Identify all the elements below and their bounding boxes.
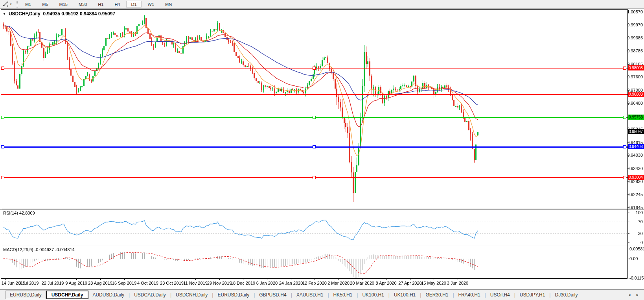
price-tick-label: 0.96400: [627, 101, 643, 106]
date-tick-label: 16 Sep 2019: [112, 281, 136, 285]
chart-tab-bar: EURUSD,DailyUSDCHF,DailyAUDUSD,Daily|USD…: [0, 289, 644, 300]
tabs-scroll-left-icon[interactable]: ◄: [627, 293, 631, 297]
chart-ohlc-values: 0.94935 0.95192 0.94884 0.95097: [43, 11, 116, 17]
timeframe-button-h4[interactable]: H4: [110, 1, 125, 8]
rsi-tick-label: 0: [640, 240, 643, 245]
macd-tick-label: 0.00: [629, 256, 638, 261]
price-tick-label: 0.99970: [627, 22, 643, 27]
price-tick-label: 0.94030: [627, 153, 643, 157]
date-tick-label: 9 Aug 2019: [65, 281, 87, 285]
date-tick-label: 27 Apr 2020: [398, 281, 421, 285]
rsi-tick-label: 100: [636, 210, 643, 215]
date-tick-label: 6 Jan 2020: [256, 281, 278, 285]
date-tick-label: 12 Feb 2020: [302, 281, 327, 285]
chart-tab-uk100-h1[interactable]: UK100,H1: [358, 291, 388, 299]
macd-tick-label: -0.011514: [629, 276, 644, 280]
price-chart-canvas[interactable]: [0, 9, 644, 289]
line-studies-icon[interactable]: [2, 1, 9, 7]
price-tick-label: 0.93430: [627, 166, 643, 171]
timeframe-button-group: M1M5M15M30H1H4D1W1MN: [20, 1, 177, 8]
chart-tab-ger30-h1[interactable]: GER30,H1: [421, 291, 452, 299]
timeframe-button-h1[interactable]: H1: [93, 1, 108, 8]
price-tick-label: 0.92245: [627, 192, 643, 197]
date-tick-label: 18 Dec 2019: [231, 281, 255, 285]
timeframe-button-m5[interactable]: M5: [37, 1, 53, 8]
price-axis-tag: 0.96803: [628, 92, 644, 97]
price-axis-tag: 0.94408: [628, 144, 644, 149]
toolbar-grip-handle[interactable]: [17, 1, 18, 7]
timeframe-button-m1[interactable]: M1: [20, 1, 36, 8]
dropdown-caret-icon[interactable]: ▼: [9, 3, 12, 6]
chart-tab-uk100-h1[interactable]: UK100,H1: [390, 291, 420, 299]
date-tick-label: 4 Oct 2019: [137, 281, 158, 285]
timeframe-button-w1[interactable]: W1: [143, 1, 159, 8]
date-tick-label: 3 Jul 2019: [19, 281, 39, 285]
chart-tab-usdchf-daily[interactable]: USDCHF,Daily: [46, 291, 89, 299]
macd-tick-label: 0.005818: [629, 246, 644, 251]
date-tick-label: 2 Mar 2020: [328, 281, 350, 285]
macd-indicator-label: MACD(12,26,9) -0.004937 -0.004814: [3, 247, 75, 252]
timeframe-button-m15[interactable]: M15: [55, 1, 72, 8]
chart-tab-usoil-h4[interactable]: USOil,H4: [486, 291, 514, 299]
price-tick-label: 0.98785: [627, 48, 643, 53]
date-tick-label: 8 Apr 2020: [375, 281, 396, 285]
tabs-scroll-right-icon[interactable]: ►: [636, 293, 639, 297]
chart-title-bar: ▼ USDCHF,Daily 0.94935 0.95192 0.94884 0…: [3, 11, 115, 17]
top-toolbar: ▼ M1M5M15M30H1H4D1W1MN: [0, 0, 644, 9]
date-tick-label: 22 Jul 2019: [42, 281, 64, 285]
tab-scroll-arrows: ◄ ►: [627, 293, 639, 297]
date-tick-label: 29 Nov 2019: [207, 281, 232, 285]
price-tick-label: 0.91645: [627, 205, 643, 210]
price-tick-label: 0.97600: [627, 74, 643, 79]
price-axis-tag: 0.93004: [628, 175, 644, 180]
date-tick-label: 20 Mar 2020: [350, 281, 374, 285]
price-axis-tag: 0.95758: [628, 115, 644, 120]
rsi-tick-label: 70: [638, 219, 643, 224]
chart-tabs: EURUSD,DailyUSDCHF,DailyAUDUSD,Daily|USD…: [6, 291, 582, 299]
date-tick-label: 3 Jun 2020: [447, 281, 468, 285]
price-axis-tag: 0.95097: [628, 129, 644, 134]
date-tick-label: 23 Oct 2019: [160, 281, 184, 285]
chart-tab-usdcad-daily[interactable]: USDCAD,Daily: [130, 291, 170, 299]
date-tick-label: 24 Jan 2020: [279, 281, 303, 285]
chart-tab-usdcnh-daily[interactable]: USDCNH,Daily: [172, 291, 212, 299]
chart-tab-eurusd-daily[interactable]: EURUSD,Daily: [213, 291, 253, 299]
chart-tab-usdjpy-h1[interactable]: USDJPY,H1: [516, 291, 549, 299]
timeframe-button-d1[interactable]: D1: [126, 1, 141, 8]
price-tick-label: 0.99385: [627, 35, 643, 40]
chart-tab-xauusd-h1[interactable]: XAUUSD,H1: [293, 291, 328, 299]
timeframe-button-m30[interactable]: M30: [74, 1, 92, 8]
chart-symbol-title: USDCHF,Daily: [9, 11, 40, 17]
mt4-terminal: { "toolbar": { "timeframes": ["M1","M5",…: [0, 0, 644, 300]
chart-tab-audusd-daily[interactable]: AUDUSD,Daily: [88, 291, 128, 299]
chart-tab-fra40-h1[interactable]: FRA40,H1: [454, 291, 484, 299]
price-tick-label: 1.00570: [627, 9, 643, 14]
chart-tab-gbpusd-h4[interactable]: GBPUSD,H4: [255, 291, 290, 299]
timeframe-button-mn[interactable]: MN: [160, 1, 177, 8]
chart-collapse-icon[interactable]: ▼: [3, 12, 6, 16]
chart-area: ▼ USDCHF,Daily 0.94935 0.95192 0.94884 0…: [0, 9, 644, 289]
date-tick-label: 28 Aug 2019: [88, 281, 112, 285]
rsi-indicator-label: RSI(14) 42.8009: [3, 211, 35, 215]
rsi-tick-label: 30: [638, 231, 643, 236]
date-tick-label: 15 May 2020: [421, 281, 446, 285]
chart-tab-dj30-daily[interactable]: DJ30,Daily: [551, 291, 581, 299]
price-axis-tag: 0.98008: [628, 65, 644, 70]
date-tick-label: 11 Nov 2019: [183, 281, 208, 285]
chart-tab-eurusd-daily[interactable]: EURUSD,Daily: [6, 291, 46, 299]
chart-tab-hk50-h1[interactable]: HK50,H1: [329, 291, 357, 299]
